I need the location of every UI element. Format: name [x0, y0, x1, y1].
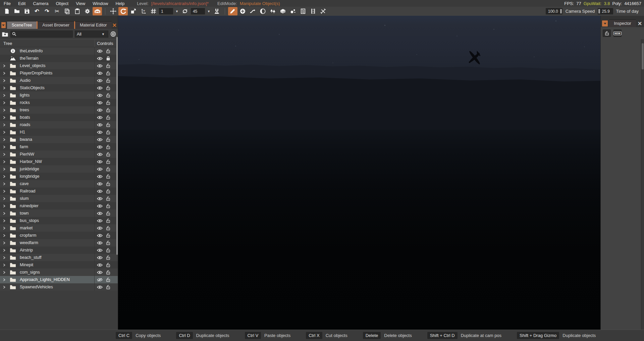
lock-open-icon[interactable]	[106, 49, 110, 53]
visibility-eye-icon[interactable]	[97, 108, 103, 112]
translate-button[interactable]	[108, 7, 118, 15]
translate-snap-size-dropdown-arrow-icon[interactable]: ▼	[175, 10, 178, 13]
inspector-close-button[interactable]: ✕	[636, 20, 643, 27]
expand-chevron-icon[interactable]	[3, 94, 7, 97]
settings-button[interactable]	[83, 7, 92, 15]
tree-row-cropfarm[interactable]: cropfarm	[0, 232, 118, 239]
scale-button[interactable]	[128, 7, 138, 15]
expand-chevron-icon[interactable]	[3, 160, 7, 163]
forest-button[interactable]	[268, 7, 278, 15]
lock-open-icon[interactable]	[106, 263, 110, 267]
lock-open-icon[interactable]	[106, 196, 110, 201]
lock-open-icon[interactable]	[106, 174, 110, 179]
tree-row-bwana[interactable]: bwana	[0, 136, 118, 143]
tree-row-boats[interactable]: boats	[0, 114, 118, 121]
translate-snap-size-value[interactable]: 1	[159, 8, 173, 14]
expand-chevron-icon[interactable]	[3, 175, 7, 178]
add-object-button[interactable]	[238, 7, 248, 15]
tree-row-town[interactable]: town	[0, 210, 118, 217]
open-folder-button[interactable]	[12, 7, 21, 15]
time-of-day-slider[interactable]: 25.9	[598, 8, 613, 14]
lock-open-icon[interactable]	[106, 122, 110, 127]
tree-row-piernw[interactable]: PierNW	[0, 151, 118, 158]
visibility-eye-icon[interactable]	[97, 285, 103, 289]
expand-chevron-icon[interactable]	[3, 138, 7, 141]
tree-row-weedfarm[interactable]: weedfarm	[0, 239, 118, 246]
visibility-eye-icon[interactable]	[97, 189, 103, 193]
lock-open-icon[interactable]	[106, 240, 110, 245]
visibility-eye-icon[interactable]	[97, 153, 103, 156]
close-panel-button[interactable]: ✕	[112, 21, 117, 29]
lock-open-icon[interactable]	[106, 167, 110, 171]
terrain-snap-button[interactable]	[212, 7, 222, 15]
lock-open-icon[interactable]	[106, 211, 110, 216]
lock-open-icon[interactable]	[106, 218, 110, 223]
expand-chevron-icon[interactable]	[3, 197, 7, 200]
tab-asset-browser[interactable]: Asset Browser	[37, 21, 74, 29]
grid-snap-button[interactable]	[149, 7, 158, 15]
lock-open-icon[interactable]	[106, 137, 110, 142]
lock-closed-icon[interactable]	[106, 56, 110, 61]
tree-row-level_objects[interactable]: Level_objects	[0, 62, 118, 69]
road-spline-button[interactable]	[248, 7, 258, 15]
visibility-eye-icon[interactable]	[97, 94, 103, 97]
copy-button[interactable]	[62, 7, 72, 15]
visibility-eye-icon[interactable]	[97, 271, 103, 274]
search-box[interactable]	[10, 31, 73, 38]
paste-button[interactable]	[72, 7, 82, 15]
lock-open-icon[interactable]	[106, 130, 110, 134]
lock-open-icon[interactable]	[106, 189, 110, 193]
visibility-eye-icon[interactable]	[97, 241, 103, 245]
tree-row-harbor_nw[interactable]: Harbor_NW	[0, 158, 118, 165]
axis-snap-button[interactable]: w	[139, 7, 148, 15]
tree-row-theterrain[interactable]: theTerrain	[0, 55, 118, 62]
tree-row-airstrip[interactable]: Airstrip	[0, 246, 118, 254]
tree-row-farm[interactable]: farm	[0, 143, 118, 151]
tree-row-cave[interactable]: cave	[0, 180, 118, 187]
expand-chevron-icon[interactable]	[3, 168, 7, 171]
visibility-eye-icon[interactable]	[97, 138, 103, 141]
save-button[interactable]	[22, 7, 32, 15]
tree-row-ruinedpier[interactable]: ruinedpier	[0, 202, 118, 210]
tree-row-thelevelinfo[interactable]: theLevelInfo	[0, 47, 118, 55]
visibility-eye-icon[interactable]	[97, 57, 103, 60]
visibility-eye-icon[interactable]	[97, 182, 103, 186]
lock-open-icon[interactable]	[106, 78, 110, 83]
expand-chevron-icon[interactable]	[3, 241, 7, 244]
tree-row-trees[interactable]: trees	[0, 106, 118, 114]
menu-camera[interactable]: Camera	[29, 1, 52, 6]
expand-chevron-icon[interactable]	[3, 79, 7, 82]
vehicle-button[interactable]	[93, 7, 102, 15]
rotate-snap-button[interactable]	[180, 7, 190, 15]
visibility-eye-icon[interactable]	[97, 175, 103, 178]
inspector-lock-button[interactable]	[603, 30, 611, 37]
lock-open-icon[interactable]	[106, 270, 110, 275]
new-file-button[interactable]	[2, 7, 11, 15]
lock-open-icon[interactable]	[106, 63, 110, 68]
tree-row-lights[interactable]: lights	[0, 92, 118, 99]
lock-open-icon[interactable]	[106, 181, 110, 186]
expand-chevron-icon[interactable]	[3, 116, 7, 119]
visibility-eye-icon[interactable]	[97, 167, 103, 171]
visibility-eye-icon[interactable]	[97, 219, 103, 223]
expand-chevron-icon[interactable]	[3, 212, 7, 215]
expand-chevron-icon[interactable]	[3, 190, 7, 193]
viewport-3d[interactable]	[118, 16, 600, 330]
tree-row-beach_stuff[interactable]: beach_stuff	[0, 254, 118, 261]
road-button[interactable]	[309, 7, 318, 15]
lock-open-icon[interactable]	[106, 226, 110, 230]
lock-open-icon[interactable]	[106, 277, 110, 282]
visibility-eye-icon[interactable]	[97, 160, 103, 164]
expand-chevron-icon[interactable]	[3, 271, 7, 274]
tree-row-spawnedvehicles[interactable]: SpawnedVehicles	[0, 283, 118, 291]
visibility-eye-icon[interactable]	[97, 197, 103, 201]
expand-chevron-icon[interactable]	[3, 256, 7, 259]
tree-row-h1[interactable]: H1	[0, 128, 118, 136]
visibility-eye-icon[interactable]	[97, 145, 103, 149]
lock-open-icon[interactable]	[106, 152, 110, 157]
expand-chevron-icon[interactable]	[3, 234, 7, 237]
pane-menu-button[interactable]	[1, 22, 6, 28]
lock-open-icon[interactable]	[106, 255, 110, 260]
expand-chevron-icon[interactable]	[3, 109, 7, 112]
expand-chevron-icon[interactable]	[3, 87, 7, 90]
